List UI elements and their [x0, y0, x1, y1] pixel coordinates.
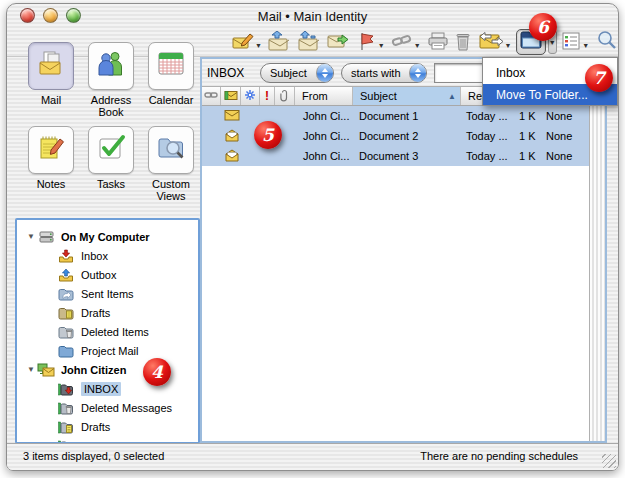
reply-button[interactable] [266, 30, 292, 54]
tree-item-label: Outbox [81, 269, 116, 281]
views-button[interactable] [560, 30, 582, 54]
column-label: From [302, 90, 328, 102]
flag-dropdown-arrow[interactable]: ▼ [378, 42, 385, 49]
tree-item-inbox[interactable]: Inbox [17, 246, 198, 265]
tree-item-imap-drafts[interactable]: Drafts [17, 417, 198, 436]
notes-icon [36, 133, 66, 167]
message-size: 1 K [519, 110, 536, 122]
status-column-header[interactable] [221, 87, 241, 105]
address-book-icon [96, 49, 126, 83]
from-column-header[interactable]: From [295, 87, 353, 105]
message-list-panel: INBOX Subject starts with ! From Subje [200, 57, 607, 443]
search-button[interactable] [595, 30, 618, 54]
nav-calendar-button[interactable] [148, 42, 194, 90]
message-list-body: John Ci... Document 1 Today ... 1 K None… [202, 106, 590, 441]
tasks-icon [96, 133, 126, 167]
reply-all-icon [297, 31, 321, 54]
callout-badge-5: 5 [254, 121, 282, 149]
title-bar[interactable]: Mail • Main Identity [7, 4, 618, 28]
online-status-column-header[interactable] [241, 87, 260, 105]
popup-stepper-icon [316, 64, 333, 82]
tree-item-label: On My Computer [61, 231, 150, 243]
message-row[interactable]: John Ci... Document 3 Today ... 1 K None [202, 146, 590, 166]
nav-custom-views-button[interactable] [148, 126, 194, 174]
read-message-icon [224, 149, 240, 164]
message-from: John Ci... [303, 110, 349, 122]
computer-icon [37, 230, 55, 244]
tree-item-imap-inbox[interactable]: INBOX [17, 379, 198, 398]
items-displayed-status: 3 items displayed, 0 selected [23, 450, 164, 462]
zoom-button[interactable] [66, 8, 81, 23]
resize-grip[interactable] [602, 454, 616, 468]
message-received: Today ... [466, 110, 508, 122]
compose-dropdown-arrow[interactable]: ▼ [255, 42, 262, 49]
callout-badge-7: 7 [585, 64, 613, 92]
nav-notes-label: Notes [37, 178, 66, 190]
tree-item-sent-items[interactable]: Sent Items [17, 284, 198, 303]
reply-all-button[interactable] [296, 30, 322, 54]
tree-item-on-my-computer[interactable]: ▼ On My Computer [17, 227, 198, 246]
close-button[interactable] [20, 8, 35, 23]
tree-item-project-mail[interactable]: Project Mail [17, 341, 198, 360]
link-dropdown-arrow[interactable]: ▼ [414, 42, 421, 49]
forward-icon [327, 31, 351, 54]
disclosure-triangle-icon[interactable]: ▼ [25, 232, 37, 241]
imap-drafts-icon [57, 420, 75, 434]
nav-address-book-button[interactable] [88, 42, 134, 90]
filter-field-popup[interactable]: Subject [260, 63, 334, 83]
imap-inbox-icon [57, 382, 75, 396]
read-message-icon [224, 129, 240, 144]
column-label: Subject [360, 90, 397, 102]
message-subject: Document 3 [359, 150, 418, 162]
tree-item-drafts[interactable]: Drafts [17, 303, 198, 322]
mail-icon [36, 49, 66, 83]
search-icon [596, 30, 617, 54]
message-categories: None [546, 130, 572, 142]
forward-button[interactable] [326, 30, 352, 54]
print-button[interactable] [426, 30, 450, 54]
nav-notes-button[interactable] [28, 126, 74, 174]
folder-location-label: INBOX [207, 66, 253, 80]
filter-operator-value: starts with [351, 67, 401, 79]
folder-icon [57, 344, 75, 358]
flag-icon [357, 31, 377, 54]
nav-mail-button[interactable] [28, 42, 74, 90]
message-size: 1 K [519, 150, 536, 162]
message-subject: Document 2 [359, 130, 418, 142]
tree-item-label: Project Mail [81, 345, 138, 357]
message-from: John Ci... [303, 150, 349, 162]
subject-column-header[interactable]: Subject▲ [353, 87, 461, 105]
tree-item-imap-deleted-messages[interactable]: Deleted Messages [17, 398, 198, 417]
send-receive-dropdown-arrow[interactable]: ▼ [505, 42, 512, 49]
nav-tasks-label: Tasks [97, 178, 125, 190]
tree-item-outbox[interactable]: Outbox [17, 265, 198, 284]
outbox-tray-icon [57, 268, 75, 282]
minimize-button[interactable] [43, 8, 58, 23]
message-size: 1 K [519, 130, 536, 142]
disclosure-triangle-icon[interactable]: ▼ [25, 365, 37, 374]
screen: Mail • Main Identity ▼ ▼ [0, 0, 625, 478]
window-controls [20, 8, 81, 23]
flag-button[interactable] [356, 30, 378, 54]
trash-icon [454, 31, 472, 54]
link-button[interactable] [390, 30, 414, 54]
tree-item-deleted-items[interactable]: Deleted Items [17, 322, 198, 341]
message-from: John Ci... [303, 130, 349, 142]
vertical-scrollbar[interactable] [589, 106, 605, 441]
nav-calendar-label: Calendar [149, 94, 194, 106]
nav-tasks-button[interactable] [88, 126, 134, 174]
imap-deleted-icon [57, 401, 75, 415]
mail-window: Mail • Main Identity ▼ ▼ [6, 3, 619, 471]
compose-button[interactable] [231, 30, 255, 54]
envelope-icon [224, 90, 238, 103]
tree-item-label: John Citizen [61, 364, 126, 376]
nav-mail-label: Mail [41, 94, 61, 106]
status-bar: 3 items displayed, 0 selected There are … [7, 443, 618, 470]
send-receive-button[interactable] [477, 30, 505, 54]
delete-button[interactable] [453, 30, 473, 54]
priority-column-header[interactable]: ! [260, 87, 275, 105]
links-column-header[interactable] [202, 87, 221, 105]
views-dropdown-arrow[interactable]: ▼ [582, 42, 589, 49]
filter-operator-popup[interactable]: starts with [341, 63, 427, 83]
attachment-column-header[interactable] [275, 87, 295, 105]
